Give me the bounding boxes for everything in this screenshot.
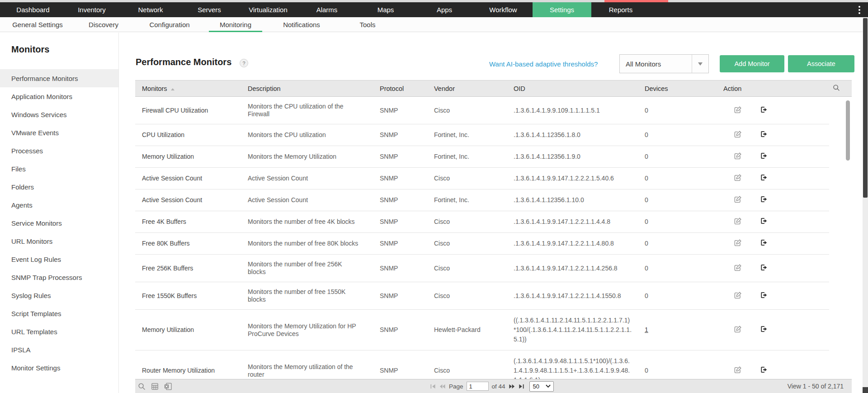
pagebar-tools <box>138 379 172 393</box>
monitor-filter-dropdown[interactable]: All Monitors <box>619 54 709 73</box>
nav-item-settings[interactable]: Settings <box>533 2 591 17</box>
export-table-icon[interactable] <box>151 383 159 390</box>
monitor-protocol: SNMP <box>380 292 425 300</box>
monitor-description: Monitors the Memory Utilization <box>248 153 361 161</box>
edit-icon[interactable] <box>734 217 742 227</box>
table-search-icon[interactable] <box>829 80 852 97</box>
device-count-link[interactable]: 1 <box>645 326 715 334</box>
nav-item-servers[interactable]: Servers <box>180 2 239 17</box>
device-count: 0 <box>645 265 715 272</box>
tab-monitoring[interactable]: Monitoring <box>203 17 269 32</box>
monitor-name: Active Session Count <box>142 196 239 204</box>
sidebar-item-processes[interactable]: Processes <box>0 142 118 160</box>
next-page-icon[interactable] <box>509 384 515 389</box>
tab-tools[interactable]: Tools <box>335 17 401 32</box>
nav-item-maps[interactable]: Maps <box>356 2 415 17</box>
edit-icon[interactable] <box>734 152 742 161</box>
associate-icon[interactable] <box>760 366 768 375</box>
column-header-protocol: Protocol <box>377 80 431 97</box>
nav-item-reports[interactable]: Reports <box>591 2 650 17</box>
page-number-input[interactable] <box>467 382 489 391</box>
monitor-protocol: SNMP <box>380 107 425 114</box>
nav-item-virtualization[interactable]: Virtualization <box>239 2 297 17</box>
app-window: DashboardInventoryNetworkServersVirtuali… <box>0 0 868 393</box>
associate-icon[interactable] <box>760 217 768 227</box>
column-header-monitors[interactable]: Monitors <box>135 80 245 97</box>
associate-icon[interactable] <box>760 291 768 301</box>
tab-discovery[interactable]: Discovery <box>71 17 137 32</box>
search-icon[interactable] <box>138 383 146 390</box>
associate-button[interactable]: Associate <box>788 55 854 72</box>
sidebar-item-ipsla[interactable]: IPSLA <box>0 341 118 359</box>
column-header-oid: OID <box>510 80 642 97</box>
tab-configuration[interactable]: Configuration <box>137 17 203 32</box>
associate-icon[interactable] <box>760 130 768 140</box>
associate-icon[interactable] <box>760 264 768 273</box>
page-title: Performance Monitors <box>136 57 231 67</box>
nav-item-dashboard[interactable]: Dashboard <box>4 2 62 17</box>
edit-icon[interactable] <box>734 264 742 273</box>
sidebar-item-files[interactable]: Files <box>0 160 118 178</box>
nav-item-apps[interactable]: Apps <box>415 2 474 17</box>
associate-icon[interactable] <box>760 325 768 335</box>
edit-icon[interactable] <box>734 239 742 248</box>
monitor-description: Active Session Count <box>248 175 361 182</box>
nav-item-alarms[interactable]: Alarms <box>297 2 356 17</box>
sidebar-item-event-log-rules[interactable]: Event Log Rules <box>0 250 118 268</box>
help-icon[interactable]: ? <box>240 59 248 67</box>
record-range-label: View 1 - 50 of 2,171 <box>788 379 844 393</box>
add-monitor-button[interactable]: Add Monitor <box>720 55 784 72</box>
monitor-protocol: SNMP <box>380 131 425 139</box>
edit-icon[interactable] <box>734 325 742 335</box>
sidebar-item-syslog-rules[interactable]: Syslog Rules <box>0 286 118 304</box>
associate-icon[interactable] <box>760 195 768 205</box>
page-size-select[interactable]: 50 <box>529 381 554 392</box>
monitor-oid: .1.3.6.1.4.1.9.9.147.1.2.2.1.1.4.256.8 <box>514 264 632 273</box>
edit-icon[interactable] <box>734 291 742 301</box>
sidebar-item-windows-services[interactable]: Windows Services <box>0 105 118 123</box>
page-scrollbar <box>863 17 868 393</box>
sidebar-item-folders[interactable]: Folders <box>0 178 118 196</box>
sidebar-item-agents[interactable]: Agents <box>0 196 118 214</box>
chevron-down-icon <box>692 55 708 73</box>
sidebar-item-script-templates[interactable]: Script Templates <box>0 304 118 322</box>
nav-item-network[interactable]: Network <box>121 2 180 17</box>
monitor-description: Monitors the Memory Utilization for HP P… <box>248 322 361 338</box>
tab-notifications[interactable]: Notifications <box>269 17 335 32</box>
associate-icon[interactable] <box>760 174 768 183</box>
edit-icon[interactable] <box>734 366 742 375</box>
last-page-icon[interactable] <box>519 384 524 389</box>
sidebar-item-application-monitors[interactable]: Application Monitors <box>0 87 118 105</box>
sidebar-title: Monitors <box>11 44 118 55</box>
monitor-oid: .1.3.6.1.4.1.9.9.147.1.2.2.1.1.4.1550.8 <box>514 291 632 301</box>
edit-icon[interactable] <box>734 130 742 140</box>
monitor-name: Router Memory Utilization <box>142 367 239 374</box>
sidebar-item-service-monitors[interactable]: Service Monitors <box>0 214 118 232</box>
page-scrollbar-thumb[interactable] <box>863 18 868 198</box>
nav-item-workflow[interactable]: Workflow <box>474 2 533 17</box>
sidebar-item-url-monitors[interactable]: URL Monitors <box>0 232 118 250</box>
nav-item-inventory[interactable]: Inventory <box>62 2 121 17</box>
tab-general-settings[interactable]: General Settings <box>5 17 71 32</box>
scrollbar-corner <box>863 387 868 393</box>
sidebar-item-snmp-trap-processors[interactable]: SNMP Trap Processors <box>0 268 118 286</box>
sidebar-item-vmware-events[interactable]: VMware Events <box>0 123 118 142</box>
table-scrollbar-thumb[interactable] <box>846 100 850 161</box>
associate-icon[interactable] <box>760 106 768 115</box>
edit-icon[interactable] <box>734 174 742 183</box>
edit-icon[interactable] <box>734 106 742 115</box>
sidebar-item-monitor-settings[interactable]: Monitor Settings <box>0 359 118 377</box>
previous-page-icon[interactable] <box>439 384 446 389</box>
column-header-vendor: Vendor <box>431 80 510 97</box>
sidebar-item-url-templates[interactable]: URL Templates <box>0 322 118 341</box>
sidebar-item-performance-monitors[interactable]: Performance Monitors <box>0 69 118 87</box>
monitor-description: Monitors the number of free 256K blocks <box>248 260 361 276</box>
table-row: Firewall CPU Utilization Monitors the CP… <box>135 97 852 124</box>
first-page-icon[interactable] <box>430 384 436 389</box>
ai-thresholds-link[interactable]: Want AI-based adaptive thresholds? <box>489 60 598 68</box>
associate-icon[interactable] <box>760 239 768 248</box>
kebab-menu-icon[interactable] <box>856 2 863 17</box>
associate-icon[interactable] <box>760 152 768 161</box>
export-excel-icon[interactable] <box>164 383 172 390</box>
edit-icon[interactable] <box>734 195 742 205</box>
